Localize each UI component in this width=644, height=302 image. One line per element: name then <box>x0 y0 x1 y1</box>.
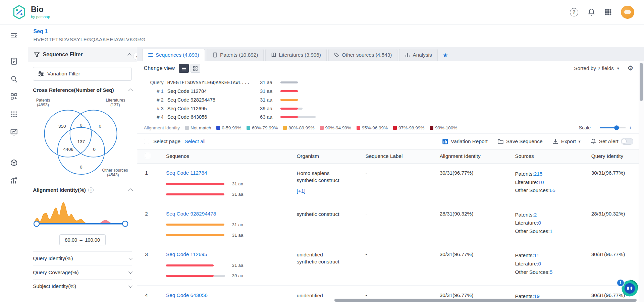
export-button[interactable]: Export ▾ <box>552 138 581 144</box>
range-max-value[interactable]: 100.00 <box>85 237 100 243</box>
report-icon[interactable] <box>10 57 18 65</box>
vertical-scrollbar[interactable] <box>639 61 644 302</box>
seq-code-link[interactable]: Seq Code 112784 <box>166 170 207 176</box>
sequence-search-icon[interactable] <box>10 75 18 83</box>
legend-item: 95%-96.99% <box>357 125 388 130</box>
sorted-by-dropdown[interactable]: Sorted by 2 fields <box>574 65 614 71</box>
literatures-icon <box>271 52 276 58</box>
col-sequence: Sequence <box>163 153 292 159</box>
section-query-coverage[interactable]: Query Coverage(%) <box>33 265 132 279</box>
alignment-legend: Alignment Identity Not match 0-59.99% 60… <box>137 122 644 133</box>
bio-logo-icon <box>11 4 27 20</box>
range-min-value[interactable]: 80.00 <box>65 237 77 243</box>
scale-plus-button[interactable]: + <box>629 125 632 130</box>
patents-count-link[interactable]: 11 <box>534 252 539 258</box>
database-icon[interactable] <box>10 159 18 167</box>
chevron-up-icon[interactable] <box>128 89 132 93</box>
patents-count-link[interactable]: 19 <box>534 293 540 299</box>
filter-panel-header[interactable]: Sequence Filter <box>28 47 137 62</box>
literature-count-link[interactable]: 0 <box>538 261 541 266</box>
seq-code-link[interactable]: Seq Code 643056 <box>166 292 208 298</box>
query-identity-cell: 28/31(90.32%) <box>587 204 644 245</box>
chevron-down-icon <box>128 270 132 274</box>
favorite-star-icon[interactable]: ★ <box>442 52 448 59</box>
col-sequence-label: Sequence Label <box>361 153 435 159</box>
tab-analysis[interactable]: Analysis <box>399 49 437 61</box>
alignment-identity-range[interactable]: 80.00 – 100.00 <box>59 234 106 245</box>
card-view-button[interactable] <box>191 64 200 73</box>
horizontal-scrollbar-thumb[interactable] <box>334 299 636 302</box>
seq-code-link[interactable]: Seq Code 928294478 <box>166 211 216 217</box>
other-sources-count-link[interactable]: 65 <box>550 187 555 193</box>
organism-more-link[interactable]: [+1] <box>297 188 305 194</box>
select-all-link[interactable]: Select all <box>184 138 205 144</box>
legend-item: 99%-100% <box>430 125 457 130</box>
svg-text:Other sources: Other sources <box>102 168 128 173</box>
tab-other-sources[interactable]: Other sources (4,543) <box>328 49 398 61</box>
seq-code-link[interactable]: Seq Code 112695 <box>166 251 207 257</box>
caret-down-icon[interactable]: ▾ <box>617 66 619 71</box>
chevron-up-icon[interactable] <box>128 189 132 193</box>
patents-count-link[interactable]: 2 <box>534 212 537 218</box>
alignment-overview: Query HVEGTFTSDVSSYLEGQAAKEEIAWL... 31 a… <box>137 76 644 122</box>
view-bar: Change view <box>137 61 644 76</box>
alignment-bar <box>280 116 315 118</box>
overview-row: # 1 Seq Code 112784 31 aa <box>144 87 638 96</box>
brand-subtitle: by patsnap <box>31 14 50 19</box>
other-sources-count-link[interactable]: 1 <box>550 228 553 234</box>
legend-item: 90%-94.99% <box>320 125 351 130</box>
literature-count-link[interactable]: 0 <box>538 220 541 226</box>
help-icon[interactable]: ? <box>570 8 578 16</box>
tab-patents[interactable]: Patents (10,892) <box>207 49 264 61</box>
variation-filter-button[interactable]: Variation Filter <box>33 67 132 81</box>
list-view-button[interactable] <box>179 64 189 73</box>
literature-count-link[interactable]: 10 <box>538 179 544 185</box>
app-header: Bio by patsnap ? <box>0 0 644 25</box>
range-slider-handle-min[interactable] <box>34 221 39 226</box>
other-sources-count-link[interactable]: 5 <box>550 269 553 275</box>
alignment-bar <box>166 224 228 226</box>
select-page-checkbox[interactable] <box>144 139 149 144</box>
query-sequence: HVEGTFTSDVSSYLEGQAAKEEIAWLVKGRG <box>33 37 644 43</box>
alignment-identity-section[interactable]: Alignment Identity(%) i <box>33 187 132 193</box>
notifications-bell-icon[interactable] <box>587 8 596 16</box>
info-icon[interactable]: i <box>88 187 94 193</box>
range-dash: – <box>80 237 83 243</box>
patents-count-link[interactable]: 215 <box>534 171 543 177</box>
avatar[interactable] <box>621 6 634 19</box>
table-header: Sequence Organism Sequence Label Alignme… <box>137 149 644 164</box>
scale-slider-thumb[interactable] <box>614 126 619 130</box>
set-alert-button[interactable]: Set Alert <box>590 138 633 145</box>
variation-report-button[interactable]: Variation Report <box>442 138 488 144</box>
svg-text:350: 350 <box>58 124 66 129</box>
tab-literatures[interactable]: Literatures (3,906) <box>265 49 327 61</box>
sequence-list-icon[interactable] <box>10 110 18 118</box>
section-subject-identity[interactable]: Subject Identity(%) <box>33 279 132 293</box>
scale-minus-button[interactable]: − <box>594 125 597 130</box>
monitor-chart-icon[interactable] <box>10 128 18 136</box>
cross-reference-section[interactable]: Cross Reference(Number of Seq) <box>33 87 132 93</box>
row-number: 1 <box>137 164 163 204</box>
chevron-up-icon[interactable] <box>127 53 131 57</box>
alignment-bar <box>280 81 298 83</box>
vertical-scrollbar-thumb[interactable] <box>640 63 643 101</box>
table-row: 3 Seq Code 112695 31 aa 39 aa unidentifi… <box>137 245 644 286</box>
collapse-sidebar-icon[interactable] <box>10 32 18 40</box>
save-sequence-button[interactable]: Save Sequence <box>497 138 542 144</box>
analytics-icon[interactable] <box>10 177 18 184</box>
section-query-identity[interactable]: Query Identity(%) <box>33 251 132 265</box>
apps-grid-icon[interactable] <box>604 8 612 16</box>
select-all-checkbox[interactable] <box>145 153 150 158</box>
svg-text:0: 0 <box>93 147 96 152</box>
structure-search-icon[interactable] <box>10 93 18 100</box>
range-slider-handle-max[interactable] <box>122 221 128 226</box>
settings-gear-icon[interactable]: ⚙ <box>627 64 633 72</box>
scale-slider[interactable] <box>600 127 626 128</box>
tab-sequences[interactable]: Sequences (4,893) <box>142 49 205 61</box>
row-number: 2 <box>137 204 163 245</box>
set-alert-toggle[interactable] <box>621 138 633 145</box>
select-page-label[interactable]: Select page <box>153 138 180 144</box>
svg-text:0: 0 <box>99 124 102 129</box>
svg-text:Literatures: Literatures <box>106 98 125 103</box>
legend-item: 80%-89.99% <box>283 125 314 130</box>
